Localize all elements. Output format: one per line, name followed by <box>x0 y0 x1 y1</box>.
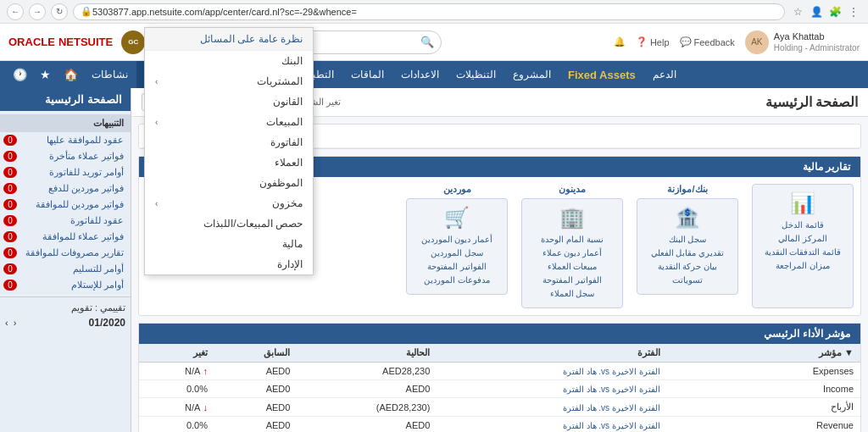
calendar-section: تقييمي : تقويم 01/2020 ‹ › <box>0 296 131 337</box>
sidebar-item-vendor-bills-approve[interactable]: فواتير موردين للموافقة 0 <box>0 197 131 213</box>
dropdown-item-customers[interactable]: العملاء <box>145 152 313 173</box>
help-button[interactable]: ❓ Help <box>636 36 670 47</box>
kpi-profit-period: الفترة الاخيرة vs. هاد الفترة <box>437 398 666 417</box>
netsuite-text: NETSUITE <box>58 36 113 48</box>
sidebar-title: الصفحة الرئيسية <box>0 88 131 111</box>
feedback-label: Feedback <box>694 37 735 47</box>
vendors-title: موردين <box>443 184 471 195</box>
nav-settings[interactable]: الاعدادات <box>392 61 448 88</box>
dropdown-item-admin[interactable]: الإدارة <box>145 254 313 274</box>
col-previous: السابق <box>214 344 297 363</box>
kpi-revenue-change: 0.0% <box>139 417 214 433</box>
kpi-revenue-previous: AED0 <box>214 417 297 433</box>
col-change: تغير <box>139 344 214 363</box>
nav-fixed-assets[interactable]: مؤشر الأداء الرئيسيFixed Assets <box>559 61 644 88</box>
kpi-expenses-previous: AED0 <box>214 363 297 380</box>
main-layout: الصفحة الرئيسية التنبيهات عقود للموافقة … <box>0 88 868 432</box>
kpi-row-profit[interactable]: الأرباح الفترة الاخيرة vs. هاد الفترة (A… <box>139 398 860 417</box>
calendar-prev[interactable]: ‹ <box>14 318 17 328</box>
reload-button[interactable]: ↻ <box>51 3 68 20</box>
reminders-title: التنبيهات <box>0 114 131 132</box>
kpi-income-previous: AED0 <box>214 380 297 398</box>
oracle-text: ORACLE <box>8 36 55 48</box>
sidebar-item-expense-reports-approve[interactable]: تقارير مصروفات للموافقة 0 <box>0 245 131 261</box>
reminders-section: التنبيهات عقود للموافقة عليها 0 فواتير ع… <box>0 111 131 296</box>
sidebar-item-contracts-bill[interactable]: عقود للفاتورة 0 <box>0 213 131 229</box>
bank-icon: 🏦 <box>646 206 729 230</box>
kpi-table-header: ▼ مؤشر الفترة الحالية السابق تغير <box>139 344 860 363</box>
kpi-income-current: AED0 <box>297 380 437 398</box>
home-icon[interactable]: 🏠 <box>58 61 83 88</box>
nav-integrations[interactable]: التنظيلات <box>448 61 504 88</box>
favorites-icon[interactable]: ★ <box>32 61 58 88</box>
calendar-header: تقييمي : تقويم <box>5 302 125 313</box>
sidebar-item-overdue-invoices[interactable]: فواتير عملاء متأخرة 0 <box>0 148 131 164</box>
dropdown-item-employees[interactable]: الموظفون <box>145 173 313 193</box>
dropdown-item-finance[interactable]: مالية <box>145 234 313 254</box>
forward-button[interactable]: → <box>29 3 46 20</box>
balance-title: بنك/موازنة <box>667 184 707 195</box>
bank-register-card[interactable]: 🏦 سجل البنك تقديري مقابل الفعلي بيان حرك… <box>637 198 738 295</box>
sidebar-item-orders-deliver[interactable]: أوامر للتسليم 0 <box>0 261 131 277</box>
calendar-next[interactable]: › <box>5 318 8 328</box>
kpi-profit-change: ↓ N/A <box>139 398 214 417</box>
debtors-card[interactable]: 🏢 نسبة المام الوحدة أعمار ديون عملاء مبي… <box>521 198 623 308</box>
recent-icon[interactable]: 🕐 <box>7 61 32 88</box>
kpi-expenses-change: ↑ N/A <box>139 363 214 380</box>
avatar: AK <box>745 30 769 54</box>
bookmark-icon[interactable]: ☆ <box>790 4 805 19</box>
dropdown-item-inventory[interactable]: مخزون › <box>145 193 313 213</box>
lock-icon: 🔒 <box>81 6 92 17</box>
debtors-section: مدينون 🏢 نسبة المام الوحدة أعمار ديون عم… <box>521 184 623 308</box>
kpi-row-income[interactable]: Income الفترة الاخيرة vs. هاد الفترة AED… <box>139 380 860 398</box>
menu-icon[interactable]: ⋮ <box>846 4 861 19</box>
income-statement-card[interactable]: 📊 قائمة الدخل المركز المالي قائمة التدفق… <box>752 184 854 308</box>
dropdown-item-sales-quotas[interactable]: حصص المبيعات/اللبذات <box>145 213 313 234</box>
sidebar-item-vendor-bills-pay[interactable]: فواتير موردين للدفع 0 <box>0 180 131 197</box>
kpi-expenses-current: AED28,230 <box>297 363 437 380</box>
notifications-button[interactable]: 🔔 <box>614 36 626 47</box>
nav-activities[interactable]: نشاطات <box>83 61 136 88</box>
sidebar-item-orders-receive[interactable]: أوامر للإستلام 0 <box>0 277 131 293</box>
back-button[interactable]: ← <box>7 3 24 20</box>
dropdown-item-invoice[interactable]: الفاتورة <box>145 132 313 152</box>
search-icon[interactable]: 🔍 <box>420 36 434 48</box>
user-role: Holding - Administrator <box>774 42 860 53</box>
nav-project[interactable]: المشروع <box>504 61 559 88</box>
kpi-title: مؤشر الأداء الرئيسي <box>764 328 850 340</box>
page-title: الصفحة الرئيسية <box>765 94 858 110</box>
feedback-button[interactable]: 💬 Feedback <box>680 36 735 47</box>
kpi-row-revenue[interactable]: Revenue الفترة الاخيرة vs. هاد الفترة AE… <box>139 417 860 433</box>
nav-support[interactable]: الدعم <box>644 61 685 88</box>
sidebar-item-contracts-approval[interactable]: عقود للموافقة عليها 0 <box>0 132 131 148</box>
col-current: الحالية <box>297 344 437 363</box>
kpi-income-period: الفترة الاخيرة vs. هاد الفترة <box>437 380 666 398</box>
dropdown-arrow-sales: › <box>155 118 158 127</box>
sidebar-item-po-to-bill[interactable]: أوامر توريد للفاتورة 0 <box>0 164 131 180</box>
help-icon: ❓ <box>636 36 648 47</box>
dropdown-arrow-inventory: › <box>155 199 158 208</box>
bank-card-links: سجل البنك تقديري مقابل الفعلي بيان حركة … <box>646 233 729 287</box>
up-arrow-icon: ↑ <box>203 366 208 376</box>
nav-links[interactable]: الماقات <box>342 61 392 88</box>
vendors-card[interactable]: 🛒 أعمار ديون الموردين سجل الموردين الفوا… <box>406 198 508 295</box>
user-display-name: Aya Khattab <box>774 30 860 42</box>
down-arrow-icon: ↓ <box>203 402 208 413</box>
profile-icon[interactable]: 👤 <box>809 4 824 19</box>
header-right: 🔔 ❓ Help 💬 Feedback AK Aya Khattab Holdi… <box>614 30 860 54</box>
sidebar-item-customer-invoices-approve[interactable]: فواتير عملاء للموافقة 0 <box>0 229 131 245</box>
kpi-profit-label: الأرباح <box>667 398 860 417</box>
extensions-icon[interactable]: 🧩 <box>827 4 843 19</box>
kpi-income-change: 0.0% <box>139 380 214 398</box>
url-bar[interactable]: 🔒 5303877.app.netsuite.com/app/center/ca… <box>73 3 785 20</box>
oracle-logo: ORACLE NETSUITE <box>8 36 113 48</box>
calendar-title: تقييمي : تقويم <box>71 302 125 313</box>
kpi-revenue-label: Revenue <box>667 417 860 433</box>
dropdown-item-law[interactable]: القانون <box>145 91 313 112</box>
dropdown-item-sales[interactable]: المبيعات › <box>145 112 313 132</box>
transactions-dropdown: نظرة عامة على المسائل البنك المشتريات › … <box>144 88 314 275</box>
feedback-icon: 💬 <box>680 36 692 47</box>
building-icon: 🏢 <box>531 206 614 230</box>
kpi-row-expenses[interactable]: Expenses الفترة الاخيرة vs. هاد الفترة A… <box>139 363 860 380</box>
kpi-income-label: Income <box>667 380 860 398</box>
